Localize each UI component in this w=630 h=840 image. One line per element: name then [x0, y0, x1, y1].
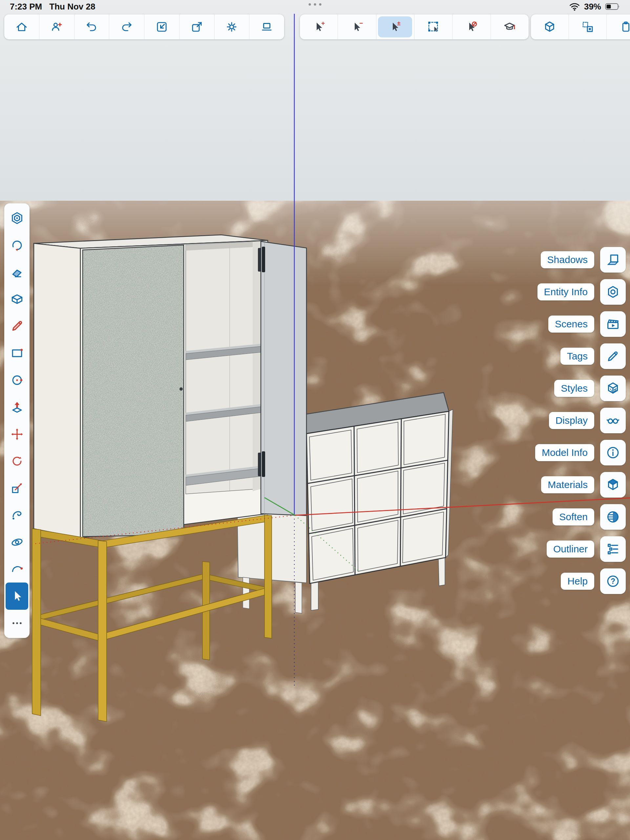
soften-label[interactable]: Soften [552, 508, 594, 526]
tool-circle[interactable] [4, 367, 30, 393]
select-icon [10, 589, 24, 603]
model-info-panel-button[interactable] [600, 440, 626, 466]
settings-button[interactable] [215, 14, 250, 39]
add-collaborator-button[interactable] [40, 14, 74, 39]
circle-tool-icon [10, 373, 24, 387]
clipboard-button[interactable] [607, 14, 630, 39]
display-panel-button[interactable] [600, 408, 626, 433]
components-button[interactable] [531, 14, 569, 39]
tool-look-around[interactable] [4, 556, 30, 583]
materials-label[interactable]: Materials [541, 476, 594, 493]
scenes-icon [605, 316, 621, 332]
help-row: Help ? [561, 568, 626, 594]
redo-icon [120, 20, 133, 34]
outliner-row: Outliner [547, 536, 626, 562]
tool-navigate[interactable] [4, 205, 30, 232]
svg-text:−: − [359, 20, 363, 27]
select-toggle-icon: ± [388, 20, 402, 34]
outliner-panel-button[interactable] [600, 536, 626, 562]
styles-panel-button[interactable] [600, 376, 626, 401]
tool-orbit[interactable] [4, 232, 30, 259]
cabinet[interactable] [34, 235, 307, 538]
select-toggle-button[interactable]: ± [376, 14, 415, 39]
help-panel-button[interactable]: ? [600, 568, 626, 594]
outliner-icon [605, 542, 621, 557]
tool-scale[interactable] [4, 475, 30, 502]
tags-row: Tags [560, 343, 626, 369]
select-add-button[interactable]: + [300, 14, 338, 39]
tool-pencil[interactable] [4, 313, 30, 339]
clipboard-icon [619, 20, 630, 34]
home-button[interactable] [4, 14, 40, 39]
date: Thu Nov 28 [49, 2, 95, 12]
deselect-button[interactable] [453, 14, 491, 39]
soften-row: Soften [552, 504, 626, 530]
tool-select[interactable] [6, 583, 28, 609]
tool-paint[interactable] [4, 502, 30, 528]
marquee-select-button[interactable] [415, 14, 453, 39]
main-toolbar [4, 14, 284, 39]
battery-icon [605, 3, 620, 11]
import-button[interactable] [144, 14, 179, 39]
model-canvas[interactable] [0, 0, 630, 840]
paste-in-place-button[interactable] [569, 14, 607, 39]
entity-info-row: Entity Info [537, 279, 626, 305]
palette-more[interactable] [4, 610, 30, 636]
hinge-top [258, 248, 261, 272]
model-info-label[interactable]: Model Info [535, 444, 594, 461]
tool-rectangle[interactable] [4, 340, 30, 367]
tool-shapes[interactable] [4, 286, 30, 313]
tool-orbit-view[interactable] [4, 529, 30, 556]
tool-move[interactable] [4, 421, 30, 448]
tool-eraser[interactable] [4, 259, 30, 286]
settings-gear-icon [225, 20, 239, 34]
orbit-view-icon [10, 535, 24, 549]
move-icon [10, 427, 24, 442]
tags-label[interactable]: Tags [560, 348, 594, 365]
share-button[interactable] [179, 14, 215, 39]
entity-info-icon [605, 284, 621, 300]
outliner-label[interactable]: Outliner [547, 540, 594, 557]
tool-rotate[interactable] [4, 448, 30, 475]
push-pull-icon [10, 400, 24, 414]
more-ellipsis-icon [10, 616, 24, 630]
open-door[interactable] [258, 242, 307, 516]
scale-icon [10, 481, 24, 495]
components-cube-icon [543, 20, 557, 34]
instructor-button[interactable] [491, 14, 529, 39]
connect-device-button[interactable] [249, 14, 284, 39]
soften-panel-button[interactable] [600, 504, 626, 530]
selection-toolbar: + − ± [300, 14, 529, 39]
select-subtract-button[interactable]: − [338, 14, 376, 39]
styles-label[interactable]: Styles [554, 380, 594, 397]
help-label[interactable]: Help [561, 573, 594, 590]
shapes-icon [10, 292, 24, 306]
styles-row: Styles [554, 376, 626, 401]
shadows-label[interactable]: Shadows [541, 251, 594, 268]
wifi-icon [569, 2, 580, 11]
scenes-label[interactable]: Scenes [548, 316, 594, 333]
entity-info-label[interactable]: Entity Info [537, 283, 594, 300]
add-collaborator-icon [50, 20, 64, 34]
styles-icon [605, 381, 621, 396]
tool-palette [4, 204, 30, 638]
entity-info-panel-button[interactable] [600, 279, 626, 305]
display-row: Display [549, 408, 626, 433]
scenes-panel-button[interactable] [600, 311, 626, 337]
paste-in-place-icon [581, 20, 595, 34]
instructor-cap-icon [503, 20, 516, 34]
tool-push-pull[interactable] [4, 393, 30, 420]
multitask-dots-icon [309, 3, 321, 6]
soften-icon [605, 509, 621, 524]
shadows-panel-button[interactable] [600, 247, 626, 273]
redo-button[interactable] [109, 14, 144, 39]
materials-row: Materials [541, 472, 626, 497]
materials-panel-button[interactable] [600, 472, 626, 497]
undo-button[interactable] [74, 14, 109, 39]
deselect-icon [465, 20, 478, 34]
display-label[interactable]: Display [549, 412, 594, 429]
tags-panel-button[interactable] [600, 343, 626, 369]
marquee-select-icon [427, 20, 440, 34]
clock: 7:23 PM [10, 2, 42, 12]
eraser-icon [10, 265, 24, 279]
